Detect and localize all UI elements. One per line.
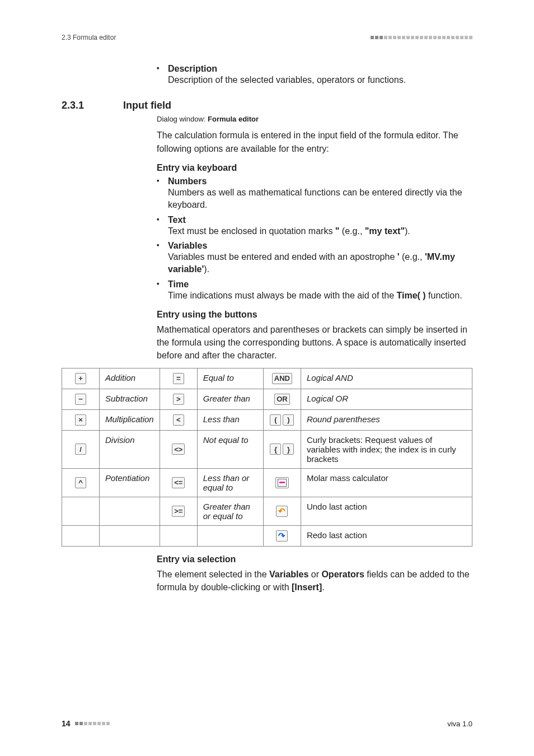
op-label: Less than [197, 409, 263, 430]
table-row: ×Multiplication<Less than()Round parenth… [62, 409, 472, 430]
op-label: Equal to [197, 368, 263, 389]
op-label: Greater than [197, 389, 263, 409]
op-icon-cell: ↶ [263, 497, 301, 525]
bullet-description: Variables must be entered and ended with… [168, 251, 472, 276]
multiply-button[interactable]: × [75, 414, 86, 426]
table-row: ^Potentiation<=Less than or equal toMola… [62, 468, 472, 497]
buttons-paragraph: Mathematical operators and parentheses o… [157, 323, 472, 362]
op-label: Potentiation [100, 468, 160, 497]
footer-right: viva 1.0 [447, 720, 472, 728]
op-icon-cell: AND [263, 368, 301, 389]
op-label: Undo last action [301, 497, 472, 525]
power-button[interactable]: ^ [75, 477, 86, 488]
buttons-heading: Entry using the buttons [157, 310, 472, 320]
op-icon-cell: = [160, 368, 197, 389]
bullet-description: Text must be enclosed in quotation marks… [168, 225, 472, 237]
table-row: >=Greater than or equal to↶Undo last act… [62, 497, 472, 525]
or-button[interactable]: OR [274, 394, 290, 405]
op-label: Curly brackets: Request values of variab… [301, 430, 472, 468]
selection-heading: Entry via selection [157, 554, 472, 564]
op-icon-cell: − [62, 389, 100, 409]
op-icon-cell: <> [160, 430, 197, 468]
keyboard-list: Numbers Numbers as well as mathematical … [157, 176, 472, 302]
bullet-heading: Text [168, 215, 472, 225]
page-footer: 14 viva 1.0 [62, 719, 472, 728]
undo-button[interactable]: ↶ [276, 506, 288, 517]
op-icon-cell [160, 525, 197, 546]
less-than-button[interactable]: < [173, 414, 184, 426]
op-label: Logical OR [301, 389, 472, 409]
bullet-heading: Variables [168, 241, 472, 251]
op-icon-cell: () [263, 409, 301, 430]
op-label: Not equal to [197, 430, 263, 468]
op-icon-cell [62, 525, 100, 546]
divide-button[interactable]: / [75, 444, 86, 455]
redo-button[interactable]: ↷ [276, 530, 288, 542]
op-label: Molar mass calculator [301, 468, 472, 497]
plus-button[interactable]: + [75, 373, 86, 384]
op-icon-cell: ^ [62, 468, 100, 497]
op-label: Less than or equal to [197, 468, 263, 497]
not-equal-button[interactable]: <> [172, 444, 185, 455]
equals-button[interactable]: = [173, 373, 184, 384]
close-paren-button[interactable]: ) [283, 414, 294, 426]
op-icon-cell: / [62, 430, 100, 468]
operators-table: +Addition=Equal toANDLogical AND−Subtrac… [62, 368, 472, 547]
op-label: Greater than or equal to [197, 497, 263, 525]
table-row: /Division<>Not equal to{}Curly brackets:… [62, 430, 472, 468]
open-brace-button[interactable]: { [270, 444, 281, 455]
gte-button[interactable]: >= [172, 506, 185, 517]
op-icon-cell: <= [160, 468, 197, 497]
op-icon-cell [263, 468, 301, 497]
op-icon-cell: >= [160, 497, 197, 525]
bullet-description: Time indications must always be made wit… [168, 290, 472, 302]
minus-button[interactable]: − [75, 394, 86, 405]
table-row: ↷Redo last action [62, 525, 472, 546]
header-decoration [371, 36, 472, 39]
lte-button[interactable]: <= [172, 477, 185, 488]
close-brace-button[interactable]: } [283, 444, 294, 455]
intro-paragraph: The calculation formula is entered in th… [157, 129, 472, 155]
table-row: −Subtraction>Greater thanORLogical OR [62, 389, 472, 409]
bullet-description: Numbers as well as mathematical function… [168, 186, 472, 212]
op-label [100, 497, 160, 525]
table-row: +Addition=Equal toANDLogical AND [62, 368, 472, 389]
bullet-description: Description of the selected variables, o… [168, 74, 472, 86]
op-icon-cell: OR [263, 389, 301, 409]
op-icon-cell: > [160, 389, 197, 409]
op-label: Subtraction [100, 389, 160, 409]
op-icon-cell: + [62, 368, 100, 389]
op-label [197, 525, 263, 546]
op-icon-cell: {} [263, 430, 301, 468]
op-label: Round parentheses [301, 409, 472, 430]
dialog-window-label: Dialog window: Formula editor [157, 115, 472, 123]
op-label: Redo last action [301, 525, 472, 546]
molar-mass-button[interactable] [275, 477, 289, 488]
page-number: 14 [62, 719, 71, 728]
bullet-heading: Time [168, 279, 472, 290]
section-title: Input field [123, 100, 171, 111]
and-button[interactable]: AND [272, 373, 292, 384]
open-paren-button[interactable]: ( [270, 414, 281, 426]
keyboard-heading: Entry via keyboard [157, 163, 472, 173]
op-icon-cell: × [62, 409, 100, 430]
op-label: Addition [100, 368, 160, 389]
section-number: 2.3.1 [62, 100, 123, 111]
bullet-heading: Numbers [168, 176, 472, 186]
selection-paragraph: The element selected in the Variables or… [157, 568, 472, 594]
op-icon-cell [62, 497, 100, 525]
op-icon-cell: < [160, 409, 197, 430]
op-label: Multiplication [100, 409, 160, 430]
op-label [100, 525, 160, 546]
greater-than-button[interactable]: > [173, 394, 184, 405]
section-heading: 2.3.1 Input field [62, 100, 472, 111]
footer-decoration [75, 722, 110, 725]
description-list: Description Description of the selected … [157, 64, 472, 86]
op-icon-cell: ↷ [263, 525, 301, 546]
bullet-heading: Description [168, 64, 472, 74]
op-label: Division [100, 430, 160, 468]
header-section-label: 2.3 Formula editor [62, 34, 116, 41]
page-header: 2.3 Formula editor [62, 34, 472, 41]
op-label: Logical AND [301, 368, 472, 389]
